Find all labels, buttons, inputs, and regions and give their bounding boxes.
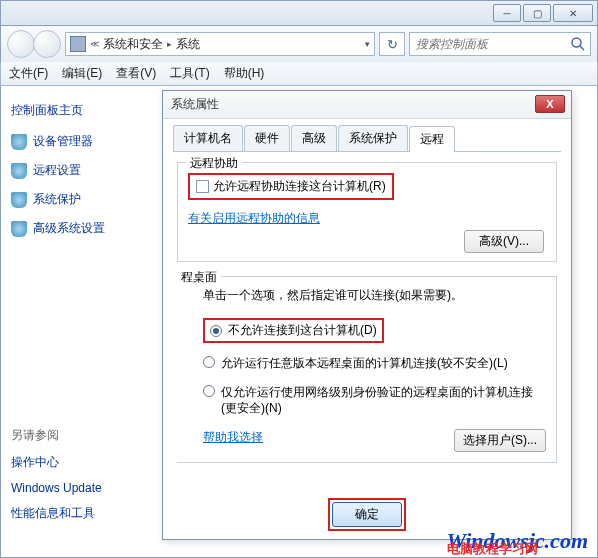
menu-tools[interactable]: 工具(T) <box>170 65 209 82</box>
chevron-right-icon: ≪ <box>90 39 99 49</box>
refresh-button[interactable]: ↻ <box>379 32 405 56</box>
breadcrumb-part[interactable]: 系统 <box>176 36 200 53</box>
radio-allow-nla[interactable] <box>203 385 215 397</box>
chevron-down-icon[interactable]: ▾ <box>365 39 370 49</box>
close-button[interactable]: ✕ <box>553 4 593 22</box>
dialog-close-button[interactable]: X <box>535 95 565 113</box>
tab-remote[interactable]: 远程 <box>409 126 455 152</box>
menu-help[interactable]: 帮助(H) <box>224 65 265 82</box>
highlight-box: 不允许连接到这台计算机(D) <box>203 318 384 343</box>
dialog-title: 系统属性 <box>171 96 219 113</box>
sidebar: 控制面板主页 设备管理器 远程设置 系统保护 高级系统设置 另请参阅 操作中心 … <box>1 86 151 557</box>
menu-bar: 文件(F) 编辑(E) 查看(V) 工具(T) 帮助(H) <box>0 62 598 86</box>
see-also-title: 另请参阅 <box>11 427 141 444</box>
tab-computer-name[interactable]: 计算机名 <box>173 125 243 151</box>
sidebar-item-label: 设备管理器 <box>33 133 93 150</box>
remote-assistance-legend: 远程协助 <box>186 155 242 172</box>
control-panel-icon <box>70 36 86 52</box>
tab-advanced[interactable]: 高级 <box>291 125 337 151</box>
advanced-button[interactable]: 高级(V)... <box>464 230 544 253</box>
remote-desktop-legend: 程桌面 <box>177 269 221 286</box>
dialog-title-bar: 系统属性 X <box>163 91 571 119</box>
dialog-tabs: 计算机名 硬件 高级 系统保护 远程 <box>173 125 561 152</box>
tab-hardware[interactable]: 硬件 <box>244 125 290 151</box>
remote-desktop-note: 单击一个选项，然后指定谁可以连接(如果需要)。 <box>203 287 546 304</box>
allow-remote-assist-checkbox[interactable] <box>196 180 209 193</box>
shield-icon <box>11 221 27 237</box>
sidebar-item-label: 远程设置 <box>33 162 81 179</box>
see-also-performance[interactable]: 性能信息和工具 <box>11 505 141 522</box>
svg-line-1 <box>580 46 584 50</box>
radio-dont-allow[interactable] <box>210 325 222 337</box>
search-icon <box>570 36 586 52</box>
sidebar-item-device-manager[interactable]: 设备管理器 <box>11 133 141 150</box>
help-me-choose-link[interactable]: 帮助我选择 <box>203 430 263 444</box>
remote-assistance-group: 远程协助 允许远程协助连接这台计算机(R) 有关启用远程协助的信息 高级(V).… <box>177 162 557 262</box>
sidebar-title[interactable]: 控制面板主页 <box>11 102 141 119</box>
shield-icon <box>11 192 27 208</box>
menu-file[interactable]: 文件(F) <box>9 65 48 82</box>
window-title-bar: ─ ▢ ✕ <box>0 0 598 26</box>
radio-dont-allow-label: 不允许连接到这台计算机(D) <box>228 322 377 339</box>
remote-assist-help-link[interactable]: 有关启用远程协助的信息 <box>188 210 320 227</box>
highlight-box: 允许远程协助连接这台计算机(R) <box>188 173 394 200</box>
sidebar-item-system-protection[interactable]: 系统保护 <box>11 191 141 208</box>
highlight-box: 确定 <box>328 498 406 531</box>
select-users-button[interactable]: 选择用户(S)... <box>454 429 546 452</box>
breadcrumb[interactable]: ≪ 系统和安全 ▸ 系统 ▾ <box>65 32 375 56</box>
refresh-icon: ↻ <box>387 37 398 52</box>
sidebar-item-advanced-settings[interactable]: 高级系统设置 <box>11 220 141 237</box>
svg-point-0 <box>572 38 581 47</box>
forward-button[interactable] <box>33 30 61 58</box>
remote-desktop-group: 程桌面 单击一个选项，然后指定谁可以连接(如果需要)。 不允许连接到这台计算机(… <box>177 276 557 463</box>
menu-edit[interactable]: 编辑(E) <box>62 65 102 82</box>
radio-allow-any-label: 允许运行任意版本远程桌面的计算机连接(较不安全)(L) <box>221 355 508 372</box>
radio-allow-any[interactable] <box>203 356 215 368</box>
watermark-text: 电脑教程学习网 <box>447 540 538 558</box>
radio-allow-nla-label: 仅允许运行使用网络级别身份验证的远程桌面的计算机连接(更安全)(N) <box>221 384 546 418</box>
ok-button[interactable]: 确定 <box>332 502 402 527</box>
chevron-right-icon: ▸ <box>167 39 172 49</box>
dialog-footer: 确定 <box>163 498 571 531</box>
shield-icon <box>11 134 27 150</box>
menu-view[interactable]: 查看(V) <box>116 65 156 82</box>
breadcrumb-part[interactable]: 系统和安全 <box>103 36 163 53</box>
maximize-button[interactable]: ▢ <box>523 4 551 22</box>
shield-icon <box>11 163 27 179</box>
tab-system-protection[interactable]: 系统保护 <box>338 125 408 151</box>
dialog-body: 远程协助 允许远程协助连接这台计算机(R) 有关启用远程协助的信息 高级(V).… <box>163 152 571 471</box>
sidebar-item-remote-settings[interactable]: 远程设置 <box>11 162 141 179</box>
see-also-action-center[interactable]: 操作中心 <box>11 454 141 471</box>
see-also-windows-update[interactable]: Windows Update <box>11 481 141 495</box>
minimize-button[interactable]: ─ <box>493 4 521 22</box>
system-properties-dialog: 系统属性 X 计算机名 硬件 高级 系统保护 远程 远程协助 允许远程协助连接这… <box>162 90 572 540</box>
sidebar-item-label: 高级系统设置 <box>33 220 105 237</box>
search-input[interactable] <box>414 36 570 52</box>
nav-bar: ≪ 系统和安全 ▸ 系统 ▾ ↻ <box>0 26 598 62</box>
sidebar-item-label: 系统保护 <box>33 191 81 208</box>
back-button[interactable] <box>7 30 35 58</box>
allow-remote-assist-label: 允许远程协助连接这台计算机(R) <box>213 178 386 195</box>
search-box[interactable] <box>409 32 591 56</box>
